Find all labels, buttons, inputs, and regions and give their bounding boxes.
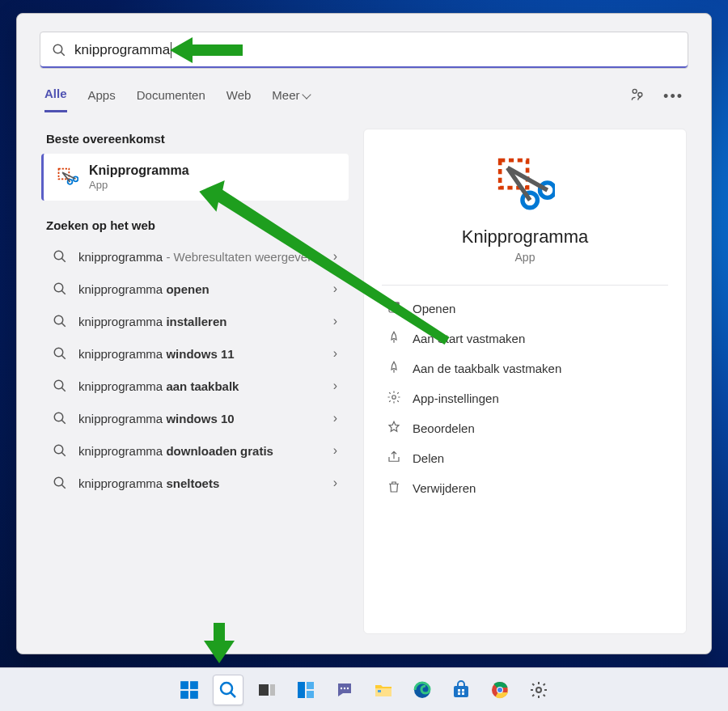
task-view-icon[interactable] xyxy=(252,675,282,705)
action-label: App-instellingen xyxy=(413,391,499,405)
action-openen[interactable]: Openen xyxy=(385,294,665,324)
action-label: Beoordelen xyxy=(413,421,475,435)
svg-point-0 xyxy=(53,44,62,53)
chevron-right-icon: › xyxy=(333,281,337,296)
result-detail-pane: Knipprogramma App OpenenAan Start vastma… xyxy=(363,129,687,634)
action-beoordelen[interactable]: Beoordelen xyxy=(385,413,665,443)
web-suggestion[interactable]: knipprogramma installeren› xyxy=(41,305,349,337)
tab-apps[interactable]: Apps xyxy=(88,82,116,112)
share-icon xyxy=(387,450,401,467)
tab-web[interactable]: Web xyxy=(226,82,252,112)
best-match-subtitle: App xyxy=(89,179,189,191)
tab-documenten[interactable]: Documenten xyxy=(137,82,205,112)
action-delen[interactable]: Delen xyxy=(385,443,665,473)
svg-point-26 xyxy=(221,683,232,694)
svg-point-33 xyxy=(341,687,342,688)
suggestion-text: knipprogramma windows 10 xyxy=(78,412,322,425)
chevron-down-icon xyxy=(302,90,311,99)
divider xyxy=(382,285,668,286)
web-search-heading: Zoeken op het web xyxy=(46,218,349,232)
chevron-right-icon: › xyxy=(333,249,337,264)
best-match-result[interactable]: Knipprogramma App xyxy=(41,154,349,201)
svg-rect-22 xyxy=(180,681,188,689)
svg-point-8 xyxy=(54,315,63,324)
detail-title: Knipprogramma xyxy=(385,226,665,248)
network-icon[interactable] xyxy=(629,87,645,106)
action-label: Delen xyxy=(413,451,444,465)
suggestion-text: knipprogramma sneltoets xyxy=(78,476,322,490)
svg-point-34 xyxy=(347,687,349,688)
store-icon[interactable] xyxy=(446,675,476,705)
suggestion-text: knipprogramma openen xyxy=(78,282,322,296)
more-options-icon[interactable]: ••• xyxy=(663,88,684,105)
web-suggestion[interactable]: knipprogramma windows 11› xyxy=(41,337,349,370)
action-label: Verwijderen xyxy=(413,481,476,495)
svg-rect-28 xyxy=(270,684,275,696)
search-input[interactable]: knipprogramma xyxy=(40,32,688,69)
action-app-instellingen[interactable]: App-instellingen xyxy=(385,383,665,413)
web-suggestion[interactable]: knipprogramma openen› xyxy=(41,273,349,305)
suggestion-text: knipprogramma downloaden gratis xyxy=(78,444,322,458)
svg-rect-42 xyxy=(462,692,464,695)
svg-rect-36 xyxy=(378,690,381,692)
svg-rect-29 xyxy=(298,682,305,698)
svg-point-5 xyxy=(74,176,78,181)
suggestion-text: knipprogramma - Webresultaten weergeven xyxy=(78,250,322,264)
explorer-icon[interactable] xyxy=(368,675,399,705)
svg-rect-27 xyxy=(259,684,269,696)
chevron-right-icon: › xyxy=(333,411,337,425)
svg-rect-24 xyxy=(180,691,188,699)
pin-taskbar-icon xyxy=(387,360,401,377)
star-icon xyxy=(387,420,401,437)
svg-point-6 xyxy=(54,251,63,260)
system-settings-icon[interactable] xyxy=(523,675,554,705)
chevron-right-icon: › xyxy=(333,443,337,458)
search-icon xyxy=(52,43,66,57)
svg-point-1 xyxy=(633,89,637,93)
action-aan-de-taakbalk-vastmaken[interactable]: Aan de taakbalk vastmaken xyxy=(385,353,665,383)
svg-point-46 xyxy=(536,688,541,692)
tab-alle[interactable]: Alle xyxy=(44,80,67,112)
open-icon xyxy=(387,300,401,317)
snipping-tool-icon xyxy=(495,155,555,215)
chrome-icon[interactable] xyxy=(485,675,515,705)
search-filter-tabs: AlleAppsDocumentenWebMeer ••• xyxy=(17,75,711,112)
svg-point-18 xyxy=(392,396,396,400)
web-suggestion[interactable]: knipprogramma windows 10› xyxy=(41,402,349,434)
svg-rect-30 xyxy=(307,682,314,689)
svg-point-11 xyxy=(54,413,63,421)
settings-icon xyxy=(387,390,401,407)
web-suggestion[interactable]: knipprogramma sneltoets› xyxy=(41,467,349,499)
snipping-tool-icon xyxy=(55,165,79,189)
svg-rect-25 xyxy=(190,691,198,699)
web-suggestion[interactable]: knipprogramma - Webresultaten weergeven› xyxy=(41,240,349,273)
svg-rect-31 xyxy=(307,691,314,698)
start-icon[interactable] xyxy=(174,675,205,705)
web-suggestion[interactable]: knipprogramma downloaden gratis› xyxy=(41,434,349,467)
svg-point-10 xyxy=(54,380,63,389)
search-icon[interactable] xyxy=(213,675,243,705)
suggestion-text: knipprogramma installeren xyxy=(78,315,322,328)
trash-icon xyxy=(387,480,401,497)
chevron-right-icon: › xyxy=(333,476,337,490)
svg-point-12 xyxy=(54,445,63,454)
best-match-title: Knipprogramma xyxy=(89,163,189,178)
action-label: Aan Start vastmaken xyxy=(413,332,525,345)
chevron-right-icon: › xyxy=(333,379,337,393)
chat-icon[interactable] xyxy=(329,675,360,705)
windows-search-panel: knipprogramma AlleAppsDocumentenWebMeer … xyxy=(16,13,712,654)
web-suggestion[interactable]: knipprogramma aan taakbalk› xyxy=(41,370,349,402)
svg-point-13 xyxy=(54,477,63,486)
tab-meer[interactable]: Meer xyxy=(272,82,309,112)
chevron-right-icon: › xyxy=(333,346,337,361)
action-aan-start-vastmaken[interactable]: Aan Start vastmaken xyxy=(385,324,665,353)
svg-point-9 xyxy=(54,348,63,357)
pin-start-icon xyxy=(387,330,401,347)
svg-rect-39 xyxy=(458,689,460,692)
action-verwijderen[interactable]: Verwijderen xyxy=(385,473,665,503)
widgets-icon[interactable] xyxy=(290,675,321,705)
detail-kind: App xyxy=(385,251,665,264)
svg-rect-41 xyxy=(458,692,460,695)
svg-point-45 xyxy=(497,688,502,692)
edge-icon[interactable] xyxy=(407,675,438,705)
